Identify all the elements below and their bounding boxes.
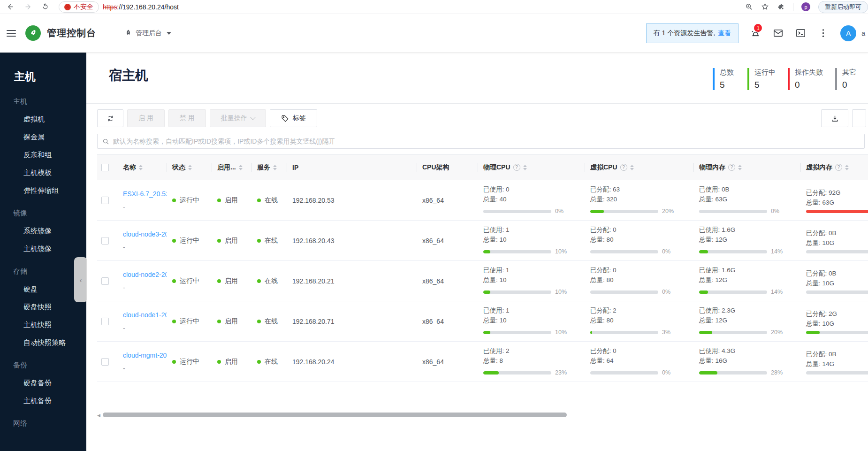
sidebar-group-image[interactable]: 镜像: [0, 204, 86, 222]
column-header-ip[interactable]: IP: [287, 155, 417, 180]
zoom-icon[interactable]: [745, 3, 753, 11]
help-icon[interactable]: ?: [835, 164, 842, 171]
refresh-button[interactable]: [97, 109, 123, 127]
sidebar-group-backup[interactable]: 备份: [0, 356, 86, 374]
enable-button[interactable]: 启 用: [127, 109, 165, 127]
host-name-link[interactable]: cloud-node3-20-43: [123, 230, 167, 238]
sort-icon[interactable]: [630, 165, 634, 170]
sidebar-item-host-snapshot[interactable]: 主机快照: [0, 316, 86, 334]
app-logo[interactable]: [25, 25, 41, 41]
column-header-enabled[interactable]: 启用...: [212, 155, 251, 180]
usage-percent: 14%: [771, 247, 783, 257]
mail-icon[interactable]: [773, 28, 784, 38]
column-header-service[interactable]: 服务: [251, 155, 287, 180]
enabled-cell: 启用: [212, 358, 251, 366]
table-row[interactable]: cloud-mgmt-20-24 - 运行中 启用 在线 192.168.20.…: [97, 342, 868, 382]
table-row[interactable]: cloud-node3-20-43 - 运行中 启用 在线 192.168.20…: [97, 221, 868, 261]
more-menu-icon[interactable]: [818, 28, 829, 38]
total-line: 总量: 10: [483, 275, 585, 285]
sort-icon[interactable]: [188, 165, 192, 170]
extensions-icon[interactable]: [777, 3, 785, 11]
back-icon[interactable]: [7, 3, 15, 11]
sort-icon[interactable]: [139, 165, 143, 170]
column-header-vcpu[interactable]: 虚拟CPU ?: [585, 155, 693, 180]
sidebar-item-disk-snapshot[interactable]: 硬盘快照: [0, 298, 86, 316]
row-checkbox[interactable]: [101, 318, 109, 325]
select-all-checkbox[interactable]: [101, 164, 109, 171]
physical-memory-cell: 已使用: 1.6G 总量: 12G 14%: [693, 265, 800, 297]
used-line: 已使用: 4.3G: [699, 346, 800, 356]
service-text: 在线: [265, 277, 278, 285]
security-chip[interactable]: ✕ 不安全: [59, 1, 99, 13]
alert-view-link[interactable]: 查看: [718, 29, 731, 38]
help-icon[interactable]: ?: [513, 164, 520, 171]
terminal-icon[interactable]: [795, 28, 806, 38]
reload-icon[interactable]: [41, 3, 49, 11]
sidebar-item-disk-backup[interactable]: 硬盘备份: [0, 374, 86, 392]
help-icon[interactable]: ?: [728, 164, 735, 171]
help-icon[interactable]: ?: [620, 164, 627, 171]
url-text[interactable]: https://192.168.20.24/host: [103, 3, 179, 11]
search-input[interactable]: [113, 138, 860, 145]
sidebar-item-host-image[interactable]: 主机镜像: [0, 240, 86, 258]
sidebar-collapse-handle[interactable]: ‹: [74, 257, 87, 302]
column-header-vmem[interactable]: 虚拟内存 ?: [800, 155, 868, 180]
host-name-link[interactable]: cloud-mgmt-20-24: [123, 352, 167, 359]
sidebar-item-system-image[interactable]: 系统镜像: [0, 222, 86, 240]
column-header-arch[interactable]: CPU架构: [417, 155, 478, 180]
column-label: 名称: [123, 163, 136, 172]
status-cell: 运行中: [167, 317, 212, 326]
hamburger-menu-icon[interactable]: [7, 30, 16, 37]
sidebar-item-auto-snapshot-policy[interactable]: 自动快照策略: [0, 334, 86, 352]
sidebar-group-storage[interactable]: 存储: [0, 262, 86, 280]
row-checkbox[interactable]: [101, 197, 109, 204]
row-checkbox[interactable]: [101, 277, 109, 285]
column-header-pcpu[interactable]: 物理CPU ?: [478, 155, 585, 180]
sidebar-item-baremetal[interactable]: 裸金属: [0, 128, 86, 146]
column-header-name[interactable]: 名称: [117, 155, 167, 180]
batch-actions-dropdown[interactable]: 批量操作: [210, 109, 266, 127]
table-row[interactable]: cloud-node1-20-71 - 运行中 启用 在线 192.168.20…: [97, 301, 868, 342]
user-avatar[interactable]: A: [840, 25, 856, 41]
table-row[interactable]: cloud-node2-20-21 - 运行中 启用 在线 192.168.20…: [97, 261, 868, 301]
browser-restart-button[interactable]: 重新启动即可: [818, 1, 868, 13]
host-name-link[interactable]: cloud-node2-20-21: [123, 271, 167, 278]
sort-icon[interactable]: [273, 165, 277, 170]
stat-value: 0: [842, 80, 858, 90]
workspace-switcher[interactable]: 管理后台: [124, 29, 171, 38]
sort-icon[interactable]: [239, 165, 243, 170]
host-name-link[interactable]: ESXI-6.7_20.53: [123, 190, 167, 198]
sort-icon[interactable]: [738, 165, 742, 170]
column-settings-button-clipped[interactable]: [852, 109, 866, 127]
address-bar[interactable]: ✕ 不安全 https://192.168.20.24/host: [59, 1, 179, 13]
row-checkbox[interactable]: [101, 237, 109, 245]
physical-cpu-cell: 已使用: 2 总量: 8 23%: [478, 346, 585, 378]
forward-icon[interactable]: [24, 3, 32, 11]
total-line: 总量: 63G: [806, 198, 868, 207]
sidebar-item-disk[interactable]: 硬盘: [0, 280, 86, 298]
sidebar-item-vm[interactable]: 虚拟机: [0, 110, 86, 128]
export-download-button[interactable]: [821, 109, 848, 127]
usage-percent: 23%: [555, 368, 567, 378]
disable-button[interactable]: 禁 用: [168, 109, 206, 127]
sidebar-group-host[interactable]: 主机: [0, 92, 86, 110]
sort-icon[interactable]: [845, 165, 849, 170]
column-header-status[interactable]: 状态: [167, 155, 212, 180]
sidebar-item-host-backup[interactable]: 主机备份: [0, 392, 86, 410]
sort-icon[interactable]: [523, 165, 527, 170]
sidebar-group-network[interactable]: 网络: [0, 414, 86, 432]
table-row[interactable]: ESXI-6.7_20.53 - 运行中 启用 在线 192.168.20.53…: [97, 180, 868, 221]
host-name-link[interactable]: cloud-node1-20-71: [123, 311, 167, 319]
horizontal-scrollbar-thumb[interactable]: [103, 413, 567, 417]
row-checkbox[interactable]: [101, 358, 109, 366]
sidebar-item-host-template[interactable]: 主机模板: [0, 164, 86, 182]
enabled-dot: [217, 320, 221, 323]
bookmark-star-icon[interactable]: [761, 3, 769, 11]
sidebar-item-antiaffinity[interactable]: 反亲和组: [0, 146, 86, 164]
tag-button[interactable]: 标签: [270, 109, 317, 127]
browser-profile-avatar[interactable]: p: [801, 2, 810, 11]
sidebar-item-autoscale-group[interactable]: 弹性伸缩组: [0, 182, 86, 199]
column-header-pmem[interactable]: 物理内存 ?: [693, 155, 800, 180]
total-line: 总量: 16G: [699, 356, 800, 366]
scrollbar-left-arrow-icon[interactable]: ◀: [97, 413, 100, 418]
